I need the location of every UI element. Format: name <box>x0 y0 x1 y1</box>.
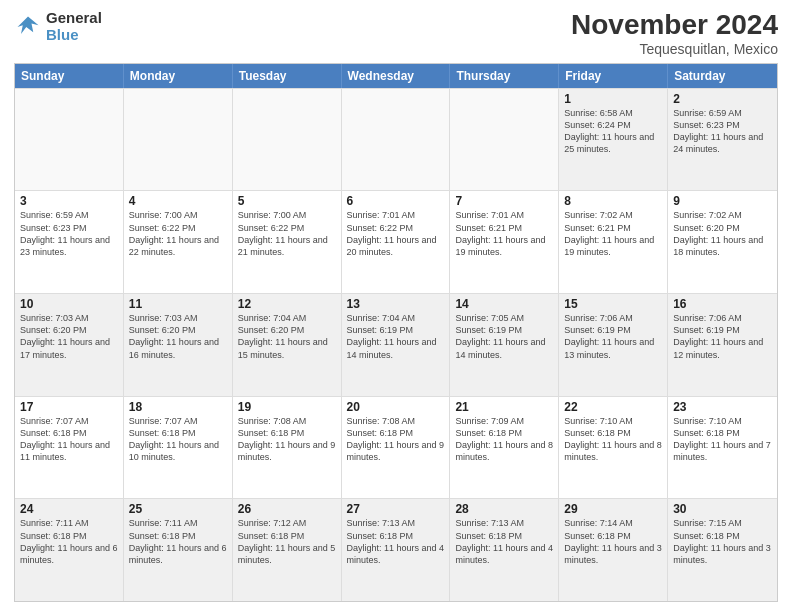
day-number: 7 <box>455 194 553 208</box>
header-day-tuesday: Tuesday <box>233 64 342 88</box>
cal-cell-empty-0-2 <box>233 89 342 191</box>
cal-cell-8: 8Sunrise: 7:02 AM Sunset: 6:21 PM Daylig… <box>559 191 668 293</box>
cal-cell-3: 3Sunrise: 6:59 AM Sunset: 6:23 PM Daylig… <box>15 191 124 293</box>
calendar-row-1: 3Sunrise: 6:59 AM Sunset: 6:23 PM Daylig… <box>15 190 777 293</box>
day-info: Sunrise: 7:11 AM Sunset: 6:18 PM Dayligh… <box>20 517 118 566</box>
day-number: 16 <box>673 297 772 311</box>
day-info: Sunrise: 7:09 AM Sunset: 6:18 PM Dayligh… <box>455 415 553 464</box>
calendar-header: SundayMondayTuesdayWednesdayThursdayFrid… <box>15 64 777 88</box>
cal-cell-10: 10Sunrise: 7:03 AM Sunset: 6:20 PM Dayli… <box>15 294 124 396</box>
subtitle: Tequesquitlan, Mexico <box>571 41 778 57</box>
day-info: Sunrise: 7:10 AM Sunset: 6:18 PM Dayligh… <box>673 415 772 464</box>
day-info: Sunrise: 7:03 AM Sunset: 6:20 PM Dayligh… <box>20 312 118 361</box>
day-number: 15 <box>564 297 662 311</box>
day-number: 27 <box>347 502 445 516</box>
title-block: November 2024 Tequesquitlan, Mexico <box>571 10 778 57</box>
calendar-row-4: 24Sunrise: 7:11 AM Sunset: 6:18 PM Dayli… <box>15 498 777 601</box>
cal-cell-17: 17Sunrise: 7:07 AM Sunset: 6:18 PM Dayli… <box>15 397 124 499</box>
day-number: 22 <box>564 400 662 414</box>
day-info: Sunrise: 7:14 AM Sunset: 6:18 PM Dayligh… <box>564 517 662 566</box>
day-number: 2 <box>673 92 772 106</box>
day-info: Sunrise: 6:58 AM Sunset: 6:24 PM Dayligh… <box>564 107 662 156</box>
cal-cell-16: 16Sunrise: 7:06 AM Sunset: 6:19 PM Dayli… <box>668 294 777 396</box>
day-info: Sunrise: 6:59 AM Sunset: 6:23 PM Dayligh… <box>673 107 772 156</box>
logo-line2: Blue <box>46 27 102 44</box>
page: General Blue November 2024 Tequesquitlan… <box>0 0 792 612</box>
day-info: Sunrise: 6:59 AM Sunset: 6:23 PM Dayligh… <box>20 209 118 258</box>
cal-cell-24: 24Sunrise: 7:11 AM Sunset: 6:18 PM Dayli… <box>15 499 124 601</box>
day-info: Sunrise: 7:02 AM Sunset: 6:20 PM Dayligh… <box>673 209 772 258</box>
day-number: 9 <box>673 194 772 208</box>
day-info: Sunrise: 7:03 AM Sunset: 6:20 PM Dayligh… <box>129 312 227 361</box>
cal-cell-11: 11Sunrise: 7:03 AM Sunset: 6:20 PM Dayli… <box>124 294 233 396</box>
cal-cell-21: 21Sunrise: 7:09 AM Sunset: 6:18 PM Dayli… <box>450 397 559 499</box>
day-number: 19 <box>238 400 336 414</box>
cal-cell-1: 1Sunrise: 6:58 AM Sunset: 6:24 PM Daylig… <box>559 89 668 191</box>
day-number: 10 <box>20 297 118 311</box>
calendar-row-2: 10Sunrise: 7:03 AM Sunset: 6:20 PM Dayli… <box>15 293 777 396</box>
cal-cell-2: 2Sunrise: 6:59 AM Sunset: 6:23 PM Daylig… <box>668 89 777 191</box>
day-info: Sunrise: 7:06 AM Sunset: 6:19 PM Dayligh… <box>564 312 662 361</box>
cal-cell-9: 9Sunrise: 7:02 AM Sunset: 6:20 PM Daylig… <box>668 191 777 293</box>
cal-cell-15: 15Sunrise: 7:06 AM Sunset: 6:19 PM Dayli… <box>559 294 668 396</box>
cal-cell-7: 7Sunrise: 7:01 AM Sunset: 6:21 PM Daylig… <box>450 191 559 293</box>
day-info: Sunrise: 7:08 AM Sunset: 6:18 PM Dayligh… <box>238 415 336 464</box>
day-info: Sunrise: 7:12 AM Sunset: 6:18 PM Dayligh… <box>238 517 336 566</box>
day-number: 8 <box>564 194 662 208</box>
calendar-body: 1Sunrise: 6:58 AM Sunset: 6:24 PM Daylig… <box>15 88 777 601</box>
cal-cell-4: 4Sunrise: 7:00 AM Sunset: 6:22 PM Daylig… <box>124 191 233 293</box>
day-info: Sunrise: 7:04 AM Sunset: 6:19 PM Dayligh… <box>347 312 445 361</box>
calendar: SundayMondayTuesdayWednesdayThursdayFrid… <box>14 63 778 602</box>
cal-cell-26: 26Sunrise: 7:12 AM Sunset: 6:18 PM Dayli… <box>233 499 342 601</box>
header-day-sunday: Sunday <box>15 64 124 88</box>
day-number: 12 <box>238 297 336 311</box>
day-number: 13 <box>347 297 445 311</box>
cal-cell-14: 14Sunrise: 7:05 AM Sunset: 6:19 PM Dayli… <box>450 294 559 396</box>
day-info: Sunrise: 7:13 AM Sunset: 6:18 PM Dayligh… <box>455 517 553 566</box>
header-day-saturday: Saturday <box>668 64 777 88</box>
day-info: Sunrise: 7:01 AM Sunset: 6:21 PM Dayligh… <box>455 209 553 258</box>
logo-icon <box>14 13 42 41</box>
day-info: Sunrise: 7:00 AM Sunset: 6:22 PM Dayligh… <box>238 209 336 258</box>
calendar-row-3: 17Sunrise: 7:07 AM Sunset: 6:18 PM Dayli… <box>15 396 777 499</box>
day-number: 20 <box>347 400 445 414</box>
calendar-row-0: 1Sunrise: 6:58 AM Sunset: 6:24 PM Daylig… <box>15 88 777 191</box>
day-number: 18 <box>129 400 227 414</box>
cal-cell-12: 12Sunrise: 7:04 AM Sunset: 6:20 PM Dayli… <box>233 294 342 396</box>
day-number: 28 <box>455 502 553 516</box>
day-number: 17 <box>20 400 118 414</box>
cal-cell-25: 25Sunrise: 7:11 AM Sunset: 6:18 PM Dayli… <box>124 499 233 601</box>
cal-cell-6: 6Sunrise: 7:01 AM Sunset: 6:22 PM Daylig… <box>342 191 451 293</box>
cal-cell-empty-0-4 <box>450 89 559 191</box>
cal-cell-23: 23Sunrise: 7:10 AM Sunset: 6:18 PM Dayli… <box>668 397 777 499</box>
cal-cell-5: 5Sunrise: 7:00 AM Sunset: 6:22 PM Daylig… <box>233 191 342 293</box>
logo-line1: General <box>46 10 102 27</box>
day-info: Sunrise: 7:11 AM Sunset: 6:18 PM Dayligh… <box>129 517 227 566</box>
day-number: 3 <box>20 194 118 208</box>
day-number: 1 <box>564 92 662 106</box>
cal-cell-27: 27Sunrise: 7:13 AM Sunset: 6:18 PM Dayli… <box>342 499 451 601</box>
day-info: Sunrise: 7:07 AM Sunset: 6:18 PM Dayligh… <box>20 415 118 464</box>
header-day-thursday: Thursday <box>450 64 559 88</box>
cal-cell-20: 20Sunrise: 7:08 AM Sunset: 6:18 PM Dayli… <box>342 397 451 499</box>
day-info: Sunrise: 7:01 AM Sunset: 6:22 PM Dayligh… <box>347 209 445 258</box>
cal-cell-empty-0-3 <box>342 89 451 191</box>
header-day-wednesday: Wednesday <box>342 64 451 88</box>
day-info: Sunrise: 7:13 AM Sunset: 6:18 PM Dayligh… <box>347 517 445 566</box>
day-number: 21 <box>455 400 553 414</box>
day-number: 30 <box>673 502 772 516</box>
header-day-friday: Friday <box>559 64 668 88</box>
cal-cell-22: 22Sunrise: 7:10 AM Sunset: 6:18 PM Dayli… <box>559 397 668 499</box>
cal-cell-empty-0-0 <box>15 89 124 191</box>
cal-cell-30: 30Sunrise: 7:15 AM Sunset: 6:18 PM Dayli… <box>668 499 777 601</box>
day-info: Sunrise: 7:05 AM Sunset: 6:19 PM Dayligh… <box>455 312 553 361</box>
cal-cell-28: 28Sunrise: 7:13 AM Sunset: 6:18 PM Dayli… <box>450 499 559 601</box>
day-number: 14 <box>455 297 553 311</box>
cal-cell-19: 19Sunrise: 7:08 AM Sunset: 6:18 PM Dayli… <box>233 397 342 499</box>
cal-cell-29: 29Sunrise: 7:14 AM Sunset: 6:18 PM Dayli… <box>559 499 668 601</box>
day-info: Sunrise: 7:15 AM Sunset: 6:18 PM Dayligh… <box>673 517 772 566</box>
day-number: 26 <box>238 502 336 516</box>
header: General Blue November 2024 Tequesquitlan… <box>14 10 778 57</box>
svg-marker-0 <box>18 16 39 34</box>
header-day-monday: Monday <box>124 64 233 88</box>
